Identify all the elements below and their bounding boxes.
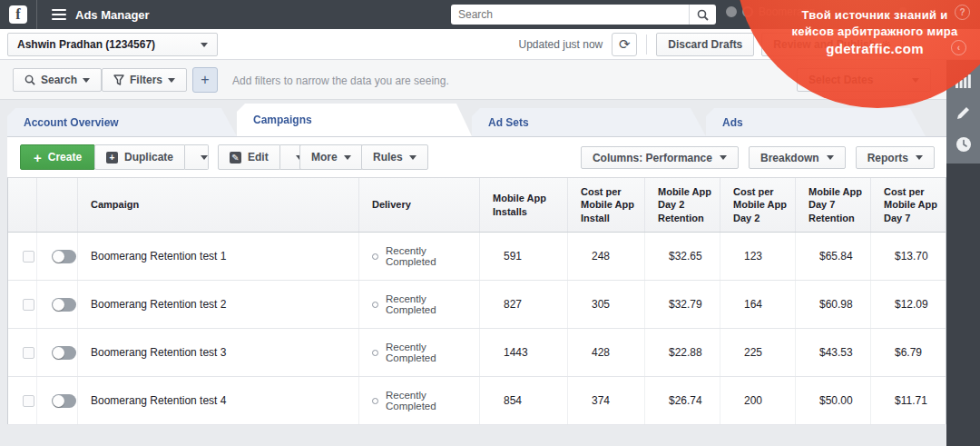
help-icon[interactable]: ? bbox=[955, 5, 970, 20]
header-select-all[interactable] bbox=[8, 178, 37, 232]
row-checkbox[interactable] bbox=[23, 395, 34, 407]
notifications-icon[interactable] bbox=[897, 6, 909, 19]
column-header-cost-day7[interactable]: Cost per Mobile App Day 7 bbox=[871, 178, 946, 232]
row-toggle-cell bbox=[37, 377, 78, 424]
breakdown-label: Breakdown bbox=[760, 152, 819, 164]
create-button[interactable]: + Create bbox=[20, 144, 95, 170]
facebook-logo-icon[interactable]: f bbox=[9, 5, 27, 24]
discard-drafts-button[interactable]: Discard Drafts bbox=[656, 33, 754, 56]
campaign-status-toggle[interactable] bbox=[52, 298, 76, 312]
row-checkbox-cell bbox=[8, 329, 37, 376]
columns-dropdown[interactable]: Columns: Performance bbox=[581, 146, 739, 169]
more-label: More bbox=[311, 151, 338, 164]
cell-cost-per-install: 305 bbox=[568, 281, 645, 328]
filter-search-dropdown[interactable]: Search bbox=[13, 68, 102, 92]
search-icon bbox=[24, 74, 35, 85]
collapse-chevron-icon[interactable]: ‹ bbox=[951, 40, 966, 55]
cell-cost-per-install: 374 bbox=[568, 377, 645, 424]
edit-pencil-icon: ✎ bbox=[230, 152, 241, 164]
column-header-installs[interactable]: Mobile App Installs bbox=[480, 178, 568, 232]
campaign-name-link[interactable]: Boomerang Retention test 4 bbox=[91, 394, 226, 407]
cell-cost-day2: 123 bbox=[720, 233, 796, 280]
column-header-campaign[interactable]: Campaign bbox=[78, 178, 359, 232]
insights-chart-icon[interactable] bbox=[956, 73, 972, 89]
breakdown-dropdown[interactable]: Breakdown bbox=[749, 146, 846, 169]
row-checkbox[interactable] bbox=[23, 251, 34, 263]
toggle-knob bbox=[53, 347, 64, 359]
search-icon[interactable] bbox=[689, 5, 716, 25]
campaign-status-toggle[interactable] bbox=[52, 250, 76, 263]
select-dates-dropdown[interactable]: Select Dates bbox=[797, 68, 931, 92]
review-publish-button[interactable]: Review and Publish bbox=[761, 33, 903, 56]
account-switcher[interactable]: Boomerang bbox=[726, 5, 815, 18]
tab-account-overview[interactable]: Account Overview bbox=[7, 108, 237, 136]
duplicate-button[interactable]: + Duplicate bbox=[94, 144, 185, 170]
cell-day2-retention: $32.65 bbox=[645, 233, 720, 280]
account-toolbar: Ashwin Pradhan (1234567) Updated just no… bbox=[0, 29, 980, 60]
column-header-day7-retention[interactable]: Mobile App Day 7 Retention bbox=[796, 178, 871, 232]
campaign-name-link[interactable]: Boomerang Retention test 2 bbox=[91, 298, 226, 311]
duplicate-dropdown-arrow[interactable] bbox=[185, 144, 209, 170]
refresh-icon[interactable]: ⟳ bbox=[612, 33, 637, 56]
delivery-status: Recently Completed bbox=[386, 293, 479, 315]
delivery-status-icon bbox=[372, 302, 378, 308]
megaphone-icon[interactable] bbox=[926, 6, 938, 19]
tab-label: Ad Sets bbox=[488, 116, 529, 129]
cell-day7-retention: $60.98 bbox=[796, 281, 871, 328]
right-sidebar-lower bbox=[946, 164, 980, 446]
search-input[interactable] bbox=[451, 5, 689, 25]
account-selector-dropdown[interactable]: Ashwin Pradhan (1234567) bbox=[7, 33, 218, 56]
edit-button[interactable]: ✎ Edit bbox=[218, 144, 280, 170]
account-dot-outline-icon bbox=[742, 6, 753, 17]
delivery-status-icon bbox=[372, 253, 378, 260]
toggle-knob bbox=[53, 251, 64, 263]
account-name: Boomerang bbox=[759, 5, 815, 18]
row-checkbox[interactable] bbox=[23, 299, 34, 311]
more-dropdown[interactable]: More bbox=[299, 144, 363, 170]
campaign-level-tabs: Account Overview Campaigns Ad Sets Ads bbox=[0, 100, 980, 136]
rules-dropdown[interactable]: Rules bbox=[361, 144, 428, 170]
campaign-status-toggle[interactable] bbox=[52, 394, 76, 408]
edit-label: Edit bbox=[248, 151, 269, 164]
campaign-name-link[interactable]: Boomerang Retention test 1 bbox=[91, 250, 226, 263]
header-toggle bbox=[37, 178, 78, 232]
add-filter-button[interactable]: + bbox=[192, 67, 218, 93]
cell-day7-retention: $50.00 bbox=[796, 377, 871, 424]
cell-cost-day7: $12.09 bbox=[871, 281, 946, 328]
tab-campaigns[interactable]: Campaigns bbox=[237, 104, 472, 136]
column-header-delivery[interactable]: Delivery bbox=[359, 178, 480, 232]
column-header-cost-day2[interactable]: Cost per Mobile App Day 2 bbox=[720, 178, 796, 232]
history-clock-icon[interactable] bbox=[956, 136, 972, 153]
tab-label: Campaigns bbox=[253, 114, 312, 126]
edit-pencil-icon[interactable] bbox=[956, 104, 972, 121]
toggle-knob bbox=[53, 395, 64, 407]
gear-icon bbox=[881, 40, 891, 50]
tab-ads[interactable]: Ads bbox=[706, 108, 926, 136]
column-header-cost-per-install[interactable]: Cost per Mobile App Install bbox=[568, 178, 645, 232]
cell-installs: 1443 bbox=[480, 329, 568, 376]
tab-label: Ads bbox=[722, 116, 743, 129]
cell-cost-day2: 164 bbox=[720, 281, 796, 328]
chevron-down-icon bbox=[201, 155, 208, 160]
tab-ad-sets[interactable]: Ad Sets bbox=[472, 108, 706, 136]
row-checkbox[interactable] bbox=[23, 347, 34, 359]
filters-dropdown[interactable]: Filters bbox=[102, 68, 187, 92]
campaign-name-link[interactable]: Boomerang Retention test 3 bbox=[91, 346, 226, 359]
account-selector-label: Ashwin Pradhan (1234567) bbox=[17, 38, 155, 51]
cell-cost-per-install: 428 bbox=[568, 329, 645, 376]
cell-installs: 827 bbox=[480, 281, 568, 328]
delivery-status-icon bbox=[372, 350, 378, 356]
chevron-down-icon bbox=[83, 78, 90, 83]
row-toggle-cell bbox=[37, 233, 78, 280]
updated-status: Updated just now bbox=[519, 38, 603, 51]
chevron-down-icon bbox=[409, 155, 416, 160]
column-header-day2-retention[interactable]: Mobile App Day 2 Retention bbox=[645, 178, 720, 232]
filter-hint-text: Add filters to narrow the data you are s… bbox=[232, 74, 449, 87]
campaign-status-toggle[interactable] bbox=[52, 346, 76, 360]
chevron-down-icon bbox=[344, 155, 351, 160]
delivery-status: Recently Completed bbox=[386, 245, 479, 267]
menu-icon[interactable] bbox=[52, 9, 66, 20]
row-toggle-cell bbox=[37, 329, 78, 376]
top-navigation-bar: f Ads Manager Boomerang bbox=[0, 0, 980, 29]
reports-dropdown[interactable]: Reports bbox=[856, 146, 935, 169]
